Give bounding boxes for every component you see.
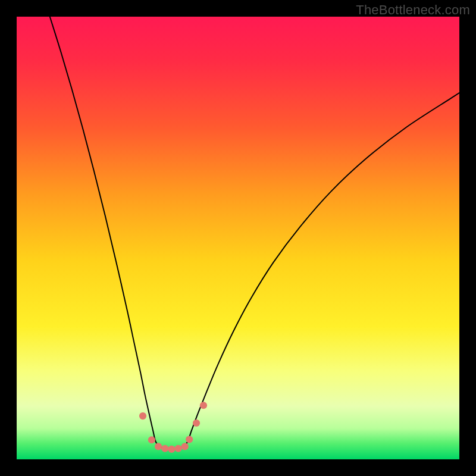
watermark-text: TheBottleneck.com (356, 2, 470, 18)
datapoint-marker (168, 446, 175, 453)
datapoint-marker (161, 445, 168, 452)
datapoint-marker (148, 436, 155, 443)
datapoint-marker (200, 402, 207, 409)
chart-frame (17, 17, 459, 459)
datapoint-marker (155, 443, 162, 450)
datapoint-marker (174, 445, 181, 452)
datapoint-marker (186, 436, 193, 443)
datapoint-marker (181, 443, 189, 450)
gradient-background (17, 17, 459, 459)
datapoint-marker (139, 412, 146, 419)
bottleneck-curve-chart (17, 17, 459, 459)
datapoint-marker (193, 419, 200, 427)
